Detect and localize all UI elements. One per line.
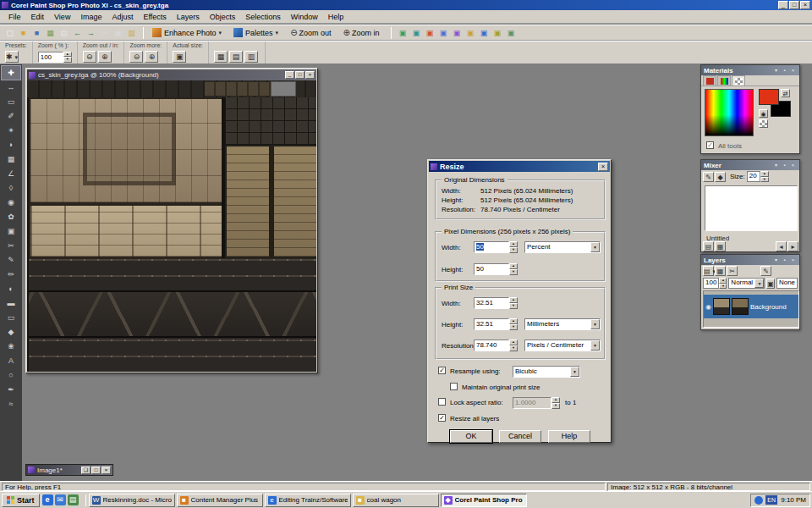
text-tool[interactable]: A [2, 354, 20, 367]
airbrush-tool[interactable]: ✏ [2, 268, 20, 281]
straighten-tool[interactable]: ∠ [2, 167, 20, 180]
move-tool[interactable]: ↔ [2, 80, 20, 94]
close-icon[interactable]: × [789, 162, 797, 169]
lighten-darken-tool[interactable]: ◐ [2, 282, 20, 295]
mixer-brush-icon[interactable]: ✎ [703, 172, 714, 182]
zoom-out-step-button[interactable]: ⊖ [83, 51, 96, 63]
materials-palette-icon[interactable]: ▣ [423, 27, 436, 39]
zoom-more-out-button[interactable]: ⊖ [129, 51, 143, 63]
align-icon[interactable]: ▤ [229, 51, 243, 63]
print-height-spinner[interactable]: 32.51 [474, 318, 518, 330]
minimized-image-window[interactable]: Image1* ❏ □ × [25, 464, 113, 476]
print-icon[interactable]: ▤ [58, 27, 70, 39]
menu-view[interactable]: View [49, 12, 75, 22]
pixel-width-spinner[interactable]: 50 [474, 241, 518, 253]
makeover-tool[interactable]: ✿ [2, 210, 20, 224]
undo-icon[interactable]: ← [71, 27, 84, 39]
menu-adjust[interactable]: Adjust [107, 12, 138, 22]
dropper-tool[interactable]: ◗ [2, 138, 20, 152]
outlook-icon[interactable]: ✉ [55, 494, 66, 505]
spin-down-icon[interactable] [509, 269, 518, 275]
layer-opacity-value[interactable]: 100 [703, 278, 719, 289]
task-editing-trainz[interactable]: eEditing Trainz/Software ... [265, 494, 351, 507]
language-indicator[interactable]: EN [765, 495, 777, 505]
spin-up-icon[interactable] [551, 397, 560, 403]
spin-down-icon[interactable] [509, 247, 518, 253]
paste-icon[interactable]: ▥ [125, 27, 138, 39]
grid-icon[interactable]: ▦ [214, 51, 228, 63]
task-corel-psp[interactable]: ◆Corel Paint Shop Pro ... [441, 494, 527, 507]
minimize-icon[interactable]: _ [778, 1, 788, 9]
layer-row-background[interactable]: ◉ Background [704, 295, 798, 318]
print-width-spinner[interactable]: 32.51 [474, 297, 518, 309]
zoom-out-button[interactable]: ⊖ Zoom out [286, 26, 335, 40]
zoom-spin-down-icon[interactable] [63, 57, 72, 63]
pan-tool[interactable]: ✚ [2, 66, 20, 80]
color-picker-rainbow[interactable] [705, 89, 754, 136]
mixer-next-icon[interactable]: ▸ [787, 241, 798, 251]
browser-palette-icon[interactable]: ▣ [409, 27, 422, 39]
spin-down-icon[interactable] [551, 403, 560, 409]
mixer-size-value[interactable]: 20 [747, 171, 760, 182]
foreground-color-swatch[interactable] [759, 89, 779, 105]
transparency-toggle-icon[interactable] [759, 119, 768, 128]
show-desktop-icon[interactable]: ▤ [68, 494, 79, 505]
close-icon[interactable]: × [102, 467, 111, 474]
eraser-tool[interactable]: ▬ [2, 296, 20, 310]
mixer-canvas[interactable] [705, 185, 798, 231]
tray-status-icon[interactable] [754, 496, 763, 505]
image-minimize-icon[interactable]: _ [285, 71, 294, 79]
perspective-correction-tool[interactable]: ◊ [2, 181, 20, 195]
close-icon[interactable]: × [800, 1, 810, 9]
layers-titlebar[interactable]: Layers ▾ ▪ × [701, 255, 799, 265]
magic-wand-tool[interactable]: ✶ [2, 124, 20, 137]
presets-dropdown-button[interactable]: ✱ [5, 51, 19, 63]
mixer-new-page-icon[interactable]: ▤ [703, 241, 714, 251]
menu-selections[interactable]: Selections [240, 12, 286, 22]
blend-mode-dropdown[interactable]: Normal [729, 279, 754, 288]
photo-tray-icon[interactable]: ▣ [504, 27, 517, 39]
image-close-icon[interactable]: × [305, 71, 315, 79]
menu-edit[interactable]: Edit [26, 12, 50, 22]
task-coal-wagon[interactable]: ■coal wagon [353, 494, 439, 507]
internet-explorer-icon[interactable]: e [42, 494, 53, 505]
paint-brush-tool[interactable]: ✎ [2, 253, 20, 267]
menu-layers[interactable]: Layers [172, 12, 205, 22]
visibility-eye-icon[interactable]: ◉ [705, 303, 711, 311]
menu-effects[interactable]: Effects [138, 12, 171, 22]
chevron-down-icon[interactable] [570, 367, 579, 377]
resolution-unit-dropdown[interactable]: Pixels / Centimeter [524, 340, 601, 351]
pen-tool[interactable]: ✒ [2, 383, 20, 396]
pushpin-icon[interactable]: ▪ [781, 162, 788, 169]
new-layer-icon[interactable]: ▤ [703, 266, 714, 276]
background-eraser-tool[interactable]: ▭ [2, 311, 20, 324]
warp-brush-tool[interactable]: ≈ [2, 397, 20, 411]
spin-up-icon[interactable] [509, 340, 518, 345]
spin-down-icon[interactable] [719, 284, 727, 290]
spin-up-icon[interactable] [509, 297, 518, 303]
pushpin-icon[interactable]: ▪ [781, 67, 788, 75]
panel-menu-icon[interactable]: ▾ [772, 257, 780, 264]
learning-center-icon[interactable]: ▣ [396, 27, 409, 39]
materials-frame-tab[interactable] [703, 75, 716, 86]
clone-brush-tool[interactable]: ▣ [2, 224, 20, 238]
overview-palette-icon[interactable]: ▣ [464, 27, 476, 39]
spin-down-icon[interactable] [760, 177, 769, 183]
resize-close-icon[interactable]: × [598, 163, 608, 171]
spin-down-icon[interactable] [509, 303, 518, 309]
save-icon[interactable]: ■ [30, 27, 43, 39]
chevron-down-icon[interactable] [590, 242, 600, 252]
link-set-dropdown[interactable]: None [777, 279, 797, 288]
materials-swatches-tab[interactable] [732, 75, 745, 86]
chevron-down-icon[interactable] [590, 340, 600, 351]
print-resolution-spinner[interactable]: 78.740 [474, 340, 518, 351]
close-icon[interactable]: × [789, 67, 797, 75]
zoom-more-in-button[interactable]: ⊕ [145, 51, 158, 63]
new-mask-icon[interactable]: ▦ [715, 266, 726, 276]
spin-down-icon[interactable] [509, 345, 518, 351]
flood-fill-tool[interactable]: ◆ [2, 325, 20, 339]
freehand-selection-tool[interactable]: ✐ [2, 109, 20, 123]
ok-button[interactable]: OK [450, 430, 492, 443]
lock-icon[interactable]: ▣ [766, 279, 775, 289]
browse-icon[interactable]: ▦ [44, 27, 57, 39]
